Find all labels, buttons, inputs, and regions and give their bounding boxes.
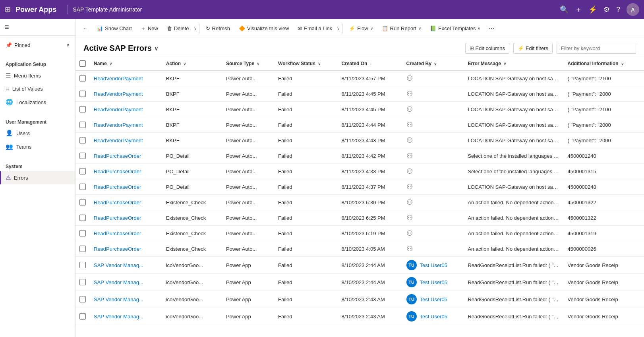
header-name[interactable]: Name ∨ — [90, 57, 162, 70]
row-name[interactable]: ReadPurchaseOrder — [90, 241, 162, 257]
row-error-message: Select one of the installed languages Se… — [464, 148, 563, 164]
row-name[interactable]: SAP Vendor Manag... — [90, 257, 162, 274]
row-additional-info: Vendor Goods Receip — [563, 257, 644, 274]
table-header: Name ∨ Action ∨ Source Type ∨ Workflow S… — [75, 57, 644, 70]
header-checkbox[interactable] — [79, 60, 86, 67]
run-report-button[interactable]: 📋 Run Report ∨ — [378, 23, 425, 34]
delete-icon: 🗑 — [167, 25, 172, 31]
filter-input[interactable] — [557, 43, 636, 54]
delete-dropdown-arrow[interactable]: ∨ — [194, 26, 197, 31]
search-icon[interactable]: 🔍 — [560, 5, 569, 14]
sidebar-item-menu-items[interactable]: ☰Menu Items — [0, 69, 75, 82]
row-checkbox[interactable] — [79, 137, 86, 143]
row-name[interactable]: ReadVendorPayment — [90, 86, 162, 102]
user-icon: ⚇ — [406, 214, 413, 222]
hamburger-icon[interactable]: ≡ — [5, 23, 9, 31]
row-checkbox[interactable] — [79, 313, 86, 320]
top-nav-right: 🔍 ＋ ⚡ ⚙ ? A — [560, 3, 639, 16]
delete-button[interactable]: 🗑 Delete — [163, 23, 193, 34]
row-created-on: 8/10/2023 2:43 AM — [338, 291, 402, 308]
header-workflow-status[interactable]: Workflow Status ∨ — [274, 57, 338, 70]
row-name[interactable]: SAP Vendor Manag... — [90, 274, 162, 291]
row-name[interactable]: ReadPurchaseOrder — [90, 148, 162, 164]
header-created-on[interactable]: Created On ↓ — [338, 57, 402, 70]
show-chart-button[interactable]: 📊 Show Chart — [93, 23, 136, 34]
refresh-button[interactable]: ↻ Refresh — [202, 23, 234, 34]
visualize-button[interactable]: 🔶 Visualize this view — [235, 23, 293, 34]
row-checkbox[interactable] — [79, 279, 86, 285]
row-checkbox[interactable] — [79, 215, 86, 221]
row-checkbox[interactable] — [79, 246, 86, 252]
row-workflow-status: Failed — [274, 133, 338, 148]
row-checkbox[interactable] — [79, 153, 86, 159]
new-button[interactable]: ＋ New — [137, 23, 162, 35]
row-checkbox[interactable] — [79, 262, 86, 268]
edit-columns-button[interactable]: ⊞ Edit columns — [465, 43, 509, 54]
user-icon: ⚇ — [406, 229, 413, 237]
edit-filters-button[interactable]: ⚡ Edit filters — [513, 43, 553, 54]
row-name[interactable]: ReadPurchaseOrder — [90, 226, 162, 241]
row-checkbox[interactable] — [79, 91, 86, 97]
row-name[interactable]: ReadPurchaseOrder — [90, 195, 162, 210]
row-name[interactable]: SAP Vendor Manag... — [90, 308, 162, 325]
user-link[interactable]: Test User05 — [420, 296, 447, 302]
sidebar-item-users[interactable]: 👤Users — [0, 126, 75, 140]
row-name[interactable]: ReadVendorPayment — [90, 70, 162, 86]
header-error-message[interactable]: Error Message ∨ — [464, 57, 563, 70]
row-checkbox[interactable] — [79, 184, 86, 190]
row-checkbox[interactable] — [79, 106, 86, 112]
header-additional-info[interactable]: Additional Information ∨ — [563, 57, 644, 70]
row-name[interactable]: ReadPurchaseOrder — [90, 164, 162, 179]
grid-icon[interactable]: ⊞ — [5, 5, 11, 14]
user-link[interactable]: Test User05 — [420, 262, 447, 268]
row-checkbox[interactable] — [79, 199, 86, 205]
user-link[interactable]: Test User05 — [420, 279, 447, 285]
table-row: ReadPurchaseOrderExistence_CheckPower Au… — [75, 226, 644, 241]
row-action: icoVendorGoo... — [162, 257, 222, 274]
row-name[interactable]: SAP Vendor Manag... — [90, 291, 162, 308]
user-link[interactable]: Test User05 — [420, 314, 447, 320]
sidebar-groups: Application Setup☰Menu Items≡List of Val… — [0, 54, 75, 188]
row-additional-info: ( "Payment": "2100 — [563, 102, 644, 117]
row-created-by: ⚇ — [402, 164, 464, 179]
row-checkbox[interactable] — [79, 168, 86, 174]
flow-icon: ⚡ — [349, 25, 355, 31]
filter-icon[interactable]: ⚡ — [588, 5, 597, 14]
row-created-on: 8/11/2023 4:45 PM — [338, 86, 402, 102]
header-source-type[interactable]: Source Type ∨ — [222, 57, 274, 70]
header-created-by[interactable]: Created By ∨ — [402, 57, 464, 70]
row-additional-info: ( "Payment": "2000 — [563, 133, 644, 148]
row-name[interactable]: ReadVendorPayment — [90, 133, 162, 148]
row-name[interactable]: ReadPurchaseOrder — [90, 179, 162, 195]
sidebar-item-teams[interactable]: 👥Teams — [0, 140, 75, 153]
email-link-button[interactable]: ✉ Email a Link — [294, 23, 336, 34]
more-button[interactable]: ⋯ — [485, 22, 498, 35]
email-dropdown-arrow[interactable]: ∨ — [337, 26, 340, 31]
sidebar-item-list-of-values[interactable]: ≡List of Values — [0, 82, 75, 95]
help-icon[interactable]: ? — [616, 6, 620, 14]
row-created-by: TUTest User05 — [402, 308, 464, 325]
row-action: BKPF — [162, 70, 222, 86]
add-icon[interactable]: ＋ — [575, 5, 582, 14]
row-checkbox[interactable] — [79, 296, 86, 302]
back-button[interactable]: ← — [79, 23, 92, 34]
row-checkbox[interactable] — [79, 230, 86, 236]
excel-templates-button[interactable]: 📗 Excel Templates ∨ — [426, 23, 484, 34]
row-name[interactable]: ReadPurchaseOrder — [90, 210, 162, 226]
header-action[interactable]: Action ∨ — [162, 57, 222, 70]
sidebar-item-localizations[interactable]: 🌐Localizations — [0, 95, 75, 109]
row-checkbox[interactable] — [79, 122, 86, 128]
top-nav: ⊞ Power Apps SAP Template Administrator … — [0, 0, 644, 19]
page-title-dropdown[interactable]: ∨ — [154, 45, 158, 52]
avatar[interactable]: A — [627, 3, 639, 16]
sidebar-pinned[interactable]: 📌 Pinned ∨ — [0, 39, 75, 51]
name-sort-icon: ∨ — [109, 62, 112, 66]
row-name[interactable]: ReadVendorPayment — [90, 117, 162, 133]
row-name[interactable]: ReadVendorPayment — [90, 102, 162, 117]
settings-icon[interactable]: ⚙ — [603, 5, 610, 14]
sidebar-item-errors[interactable]: ⚠Errors — [0, 171, 75, 184]
flow-button[interactable]: ⚡ Flow ∨ — [345, 23, 377, 34]
table-row: ReadPurchaseOrderExistence_CheckPower Au… — [75, 195, 644, 210]
row-checkbox[interactable] — [79, 75, 86, 81]
tenant-name: SAP Template Administrator — [73, 6, 142, 13]
